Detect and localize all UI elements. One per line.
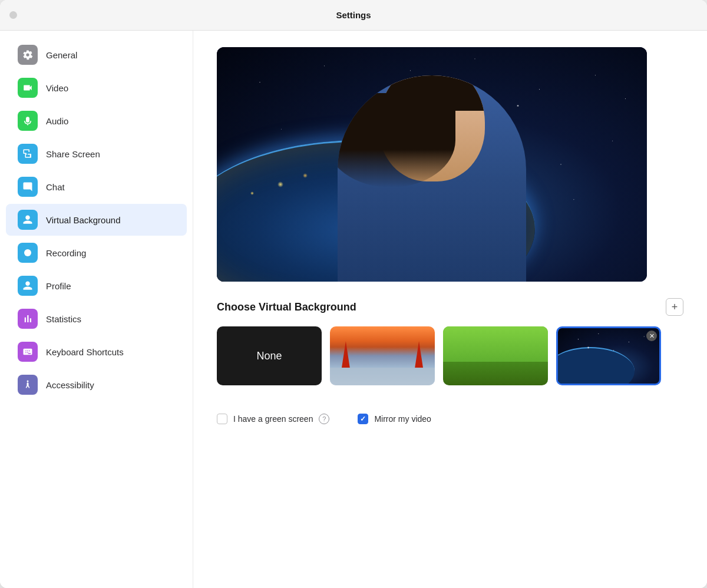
virtual-background-label: Virtual Background [46, 215, 120, 225]
green-screen-option[interactable]: I have a green screen ? [217, 414, 329, 424]
video-label: Video [46, 83, 68, 93]
main-panel: Choose Virtual Background + None ✕ [193, 31, 707, 588]
bottom-options: I have a green screen ? Mirror my video [217, 409, 683, 424]
background-options: None ✕ [217, 326, 683, 385]
keyboard-shortcuts-label: Keyboard Shortcuts [46, 347, 124, 357]
sidebar-item-virtual-background[interactable]: Virtual Background [6, 204, 187, 236]
green-screen-help-icon[interactable]: ? [319, 414, 329, 424]
audio-label: Audio [46, 116, 68, 126]
person-silhouette [320, 64, 544, 282]
content-area: General Video Audio [0, 31, 707, 588]
background-option-bridge[interactable] [330, 326, 435, 385]
general-label: General [46, 50, 77, 60]
person-body [338, 75, 526, 282]
green-screen-label: I have a green screen [233, 414, 313, 424]
sidebar-item-statistics[interactable]: Statistics [6, 303, 187, 335]
profile-icon [18, 276, 38, 296]
sidebar-item-profile[interactable]: Profile [6, 270, 187, 302]
space-background [217, 47, 647, 282]
sidebar: General Video Audio [0, 31, 193, 588]
virtual-background-icon [18, 210, 38, 230]
close-button[interactable] [9, 11, 17, 19]
sidebar-item-audio[interactable]: Audio [6, 105, 187, 137]
video-icon [18, 78, 38, 98]
keyboard-shortcuts-icon [18, 342, 38, 362]
sidebar-item-keyboard-shortcuts[interactable]: Keyboard Shortcuts [6, 336, 187, 368]
sidebar-item-recording[interactable]: Recording [6, 237, 187, 269]
sidebar-item-chat[interactable]: Chat [6, 171, 187, 203]
window-title: Settings [336, 10, 371, 20]
accessibility-icon [18, 375, 38, 395]
mirror-video-checkbox[interactable] [358, 414, 368, 424]
add-background-button[interactable]: + [666, 298, 683, 316]
svg-point-1 [27, 381, 29, 382]
video-preview [217, 47, 647, 282]
green-screen-checkbox[interactable] [217, 414, 227, 424]
sidebar-item-video[interactable]: Video [6, 72, 187, 104]
mirror-video-label: Mirror my video [374, 414, 431, 424]
window-controls [9, 11, 17, 19]
background-option-grass[interactable] [443, 326, 548, 385]
sidebar-item-general[interactable]: General [6, 39, 187, 71]
titlebar: Settings [0, 0, 707, 31]
background-option-space[interactable]: ✕ [556, 326, 661, 385]
chat-label: Chat [46, 182, 65, 192]
choose-title: Choose Virtual Background [217, 301, 356, 313]
statistics-label: Statistics [46, 314, 81, 324]
none-label: None [256, 350, 282, 362]
background-option-none[interactable]: None [217, 326, 322, 385]
share-screen-label: Share Screen [46, 149, 100, 159]
profile-label: Profile [46, 281, 71, 291]
share-screen-icon [18, 144, 38, 164]
general-icon [18, 45, 38, 65]
recording-icon [18, 243, 38, 263]
accessibility-label: Accessibility [46, 380, 94, 390]
audio-icon [18, 111, 38, 131]
statistics-icon [18, 309, 38, 329]
chat-icon [18, 177, 38, 197]
recording-label: Recording [46, 248, 86, 258]
choose-header: Choose Virtual Background + [217, 298, 683, 316]
settings-window: Settings General Video [0, 0, 707, 588]
svg-point-0 [24, 249, 31, 256]
mirror-video-option[interactable]: Mirror my video [358, 414, 431, 424]
sidebar-item-accessibility[interactable]: Accessibility [6, 369, 187, 401]
sidebar-item-share-screen[interactable]: Share Screen [6, 138, 187, 170]
